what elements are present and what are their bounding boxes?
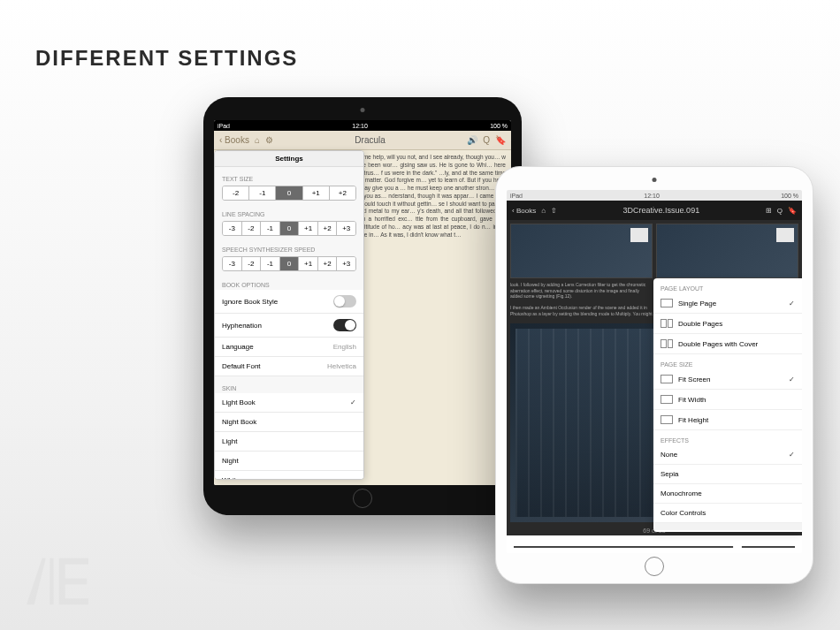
seg-option[interactable]: +1 — [299, 222, 318, 235]
checkmark-icon: ✓ — [350, 398, 356, 406]
seg-option[interactable]: -3 — [223, 257, 242, 270]
pdf-toolbar: ‹ Books ⌂ ⇧ 3DCreative.Issue.091 ⊞ Q 🔖 — [507, 201, 802, 220]
seg-option[interactable]: -1 — [261, 257, 280, 270]
view-option-row[interactable]: Fit Height — [653, 410, 802, 430]
view-option-row[interactable]: Fit Screen✓ — [653, 369, 802, 390]
seg-option[interactable]: -2 — [223, 186, 249, 200]
home-button[interactable] — [353, 489, 372, 508]
search-icon[interactable]: Q — [777, 207, 783, 215]
bookmark-icon[interactable]: ⌂ — [255, 135, 260, 145]
carrier-label: iPad — [510, 193, 523, 199]
seg-option[interactable]: +2 — [318, 257, 338, 270]
skin-name: White — [222, 476, 240, 480]
grid-icon[interactable]: ⊞ — [766, 207, 772, 215]
option-label: Double Pages with Cover — [678, 340, 795, 348]
speaker-icon[interactable]: 🔊 — [467, 135, 477, 145]
ignore-style-toggle[interactable] — [333, 295, 356, 307]
fit-height-icon — [661, 415, 673, 424]
speech-speed-segmented[interactable]: -3-2-10+1+2+3 — [222, 256, 356, 271]
view-option-row[interactable]: Double Pages with Cover — [653, 334, 802, 354]
seg-option[interactable]: +1 — [303, 186, 330, 200]
seg-option[interactable]: 0 — [280, 257, 300, 270]
language-row[interactable]: Language English — [215, 338, 363, 357]
skin-option-row[interactable]: Light Book✓ — [215, 393, 363, 413]
status-bar: iPad 12:10 100 % — [507, 190, 802, 201]
skin-option-row[interactable]: Night — [215, 452, 363, 471]
line-spacing-segmented[interactable]: -3-2-10+1+2+3 — [222, 221, 356, 236]
seg-option[interactable]: +2 — [318, 222, 338, 235]
seg-option[interactable]: -1 — [261, 222, 280, 235]
view-option-row[interactable]: Single Page✓ — [653, 293, 802, 314]
doc-title: 3DCreative.Issue.091 — [562, 206, 760, 215]
font-value: Helvetica — [327, 362, 356, 370]
seg-option[interactable]: +2 — [330, 186, 355, 200]
settings-popover: Settings TEXT SIZE -2-10+1+2 LINE SPACIN… — [214, 150, 364, 480]
bookmark-icon[interactable]: ⌂ — [541, 207, 546, 215]
back-button[interactable]: ‹ Books — [219, 135, 249, 145]
battery-label: 100 % — [490, 123, 508, 129]
default-font-row[interactable]: Default Font Helvetica — [215, 357, 363, 376]
seg-option[interactable]: +3 — [337, 257, 355, 270]
slider-thumb[interactable] — [733, 543, 742, 551]
settings-icon[interactable]: ⚙ — [265, 135, 273, 145]
fit-screen-icon — [661, 375, 673, 383]
seg-option[interactable]: +1 — [299, 257, 318, 270]
use-page-as-cover-row[interactable]: Use current page as cover — [653, 523, 802, 532]
book-options-label: BOOK OPTIONS — [215, 273, 363, 290]
skin-name: Light Book — [222, 398, 256, 406]
book-title: Dracula — [279, 135, 462, 145]
mark-icon[interactable]: 🔖 — [495, 135, 506, 145]
page-thumbnail[interactable] — [510, 224, 653, 278]
view-option-row[interactable]: Monochrome — [653, 484, 802, 504]
language-label: Language — [222, 343, 254, 351]
home-button[interactable] — [645, 557, 664, 576]
seg-option[interactable]: -2 — [242, 222, 262, 235]
view-option-row[interactable]: Fit Width — [653, 390, 802, 410]
option-label: Sepia — [661, 470, 795, 478]
option-label: Monochrome — [661, 490, 795, 497]
text-size-segmented[interactable]: -2-10+1+2 — [222, 186, 356, 201]
mark-icon[interactable]: 🔖 — [788, 207, 797, 215]
back-button[interactable]: ‹ Books — [512, 207, 536, 215]
hyphenation-row[interactable]: Hyphenation — [215, 314, 363, 338]
view-option-row[interactable]: Color Controls — [653, 504, 802, 523]
device-black-ipad: iPad 12:10 100 % ‹ Books ⌂ ⚙ Dracula 🔊 Q… — [203, 97, 522, 515]
option-label: Color Controls — [661, 509, 795, 517]
skin-name: Night — [222, 457, 239, 465]
hyphenation-toggle[interactable] — [333, 319, 356, 331]
skin-name: Night Book — [222, 418, 256, 426]
hyphenation-label: Hyphenation — [222, 322, 262, 330]
share-icon[interactable]: ⇧ — [551, 207, 557, 215]
camera-icon — [361, 108, 365, 112]
seg-option[interactable]: +3 — [337, 222, 355, 235]
seg-option[interactable]: 0 — [280, 222, 300, 235]
search-icon[interactable]: Q — [483, 135, 490, 145]
double-cover-icon — [661, 339, 673, 348]
skin-option-row[interactable]: Night Book — [215, 413, 363, 432]
seg-option[interactable]: 0 — [276, 186, 302, 200]
page-heading: DIFFERENT SETTINGS — [35, 46, 298, 71]
view-option-row[interactable]: Double Pages — [653, 314, 802, 334]
page-thumbnail[interactable] — [656, 224, 798, 278]
view-option-row[interactable]: None✓ — [653, 445, 802, 465]
skin-option-row[interactable]: White — [215, 471, 363, 480]
view-option-row[interactable]: Sepia — [653, 465, 802, 484]
caption-text: look. I followed by adding a Lens Correc… — [510, 282, 653, 316]
battery-label: 100 % — [781, 193, 798, 199]
fit-width-icon — [661, 395, 673, 404]
line-spacing-label: LINE SPACING — [215, 202, 363, 219]
skin-option-row[interactable]: Light — [215, 432, 363, 452]
seg-option[interactable]: -3 — [223, 222, 242, 235]
ignore-book-style-row[interactable]: Ignore Book Style — [215, 290, 363, 314]
page-slider[interactable] — [514, 546, 795, 548]
seg-option[interactable]: -2 — [242, 257, 262, 270]
carrier-label: iPad — [218, 123, 230, 129]
skin-label: SKIN — [215, 376, 363, 393]
status-bar: iPad 12:10 100 % — [214, 120, 511, 131]
device-white-ipad: iPad 12:10 100 % ‹ Books ⌂ ⇧ 3DCreative.… — [495, 166, 813, 584]
reader-toolbar: ‹ Books ⌂ ⚙ Dracula 🔊 Q 🔖 — [214, 131, 511, 150]
page-layout-label: PAGE LAYOUT — [653, 278, 802, 293]
checkmark-icon: ✓ — [789, 376, 795, 383]
effects-label: EFFECTS — [653, 430, 802, 445]
seg-option[interactable]: -1 — [249, 186, 276, 200]
